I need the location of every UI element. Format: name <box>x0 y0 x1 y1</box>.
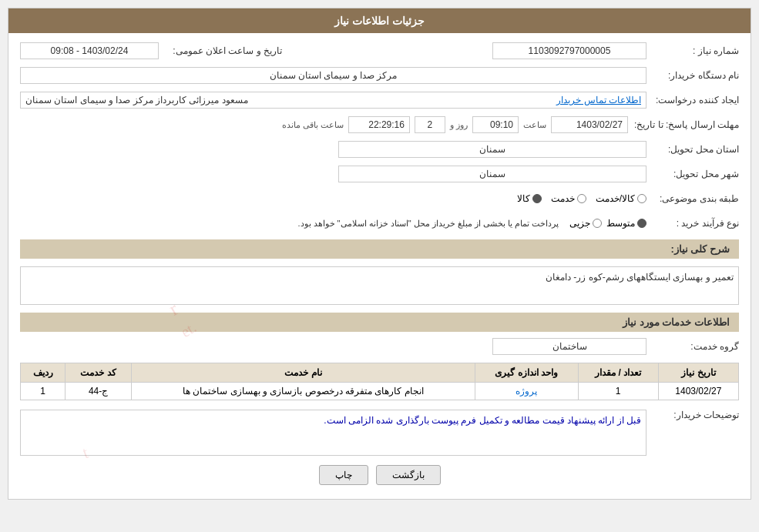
col-service-code: کد خدمت <box>65 363 132 383</box>
deadline-time: 09:10 <box>472 116 519 133</box>
col-need-date: تاریخ نیاز <box>658 363 738 383</box>
city-value: سمنان <box>338 166 646 182</box>
city-label: شهر محل تحویل: <box>646 169 739 179</box>
deadline-time-label: ساعت <box>523 120 546 130</box>
cell-quantity: 1 <box>578 383 658 400</box>
need-description-section-label: شرح کلی نیاز: <box>670 243 730 255</box>
cell-need-date: 1403/02/27 <box>658 383 738 400</box>
page-title: جزئیات اطلاعات نیاز <box>8 8 751 33</box>
category-kala-khedmat-label: کالا/خدمت <box>596 193 635 204</box>
service-group-label: گروه خدمت: <box>646 341 739 352</box>
radio-mottavaset-icon <box>637 219 646 228</box>
need-number-label: شماره نیاز : <box>646 45 739 56</box>
process-mottavaset-label: متوسط <box>606 218 635 229</box>
process-jozvi-label: جزیی <box>569 218 590 229</box>
province-label: استان محل تحویل: <box>646 144 739 155</box>
col-service-name: نام خدمت <box>131 363 475 383</box>
contact-link[interactable]: اطلاعات تماس خریدار <box>556 95 641 105</box>
action-buttons: بازگشت چاپ <box>20 465 739 485</box>
category-radio-group: کالا/خدمت خدمت کالا <box>517 193 646 204</box>
col-unit: واحد اندازه گیری <box>475 363 579 383</box>
category-khedmat-label: خدمت <box>551 193 575 204</box>
buyer-notes-label: توضیحات خریدار: <box>646 410 739 420</box>
category-kala[interactable]: کالا <box>517 193 542 204</box>
service-group-value: ساختمان <box>492 338 646 355</box>
process-jozvi[interactable]: جزیی <box>569 218 602 229</box>
cell-unit: پروژه <box>475 383 579 400</box>
category-label: طبقه بندی موضوعی: <box>646 193 739 204</box>
requester-value: اطلاعات تماس خریدار مسعود میرزائی کاربرد… <box>20 92 646 109</box>
deadline-remaining-label: ساعت باقی مانده <box>282 120 344 130</box>
category-kala-label: کالا <box>517 193 530 204</box>
process-label: نوع فرآیند خرید : <box>646 218 739 229</box>
org-name-value: مرکز صدا و سیمای استان سمنان <box>20 67 646 84</box>
radio-kala-khedmat-icon <box>637 194 646 203</box>
radio-kala-icon <box>532 194 542 203</box>
deadline-day-label: روز و <box>450 120 468 130</box>
deadline-label: مهلت ارسال پاسخ: تا تاریخ: <box>628 119 739 130</box>
cell-service-code: ج-44 <box>65 383 132 400</box>
print-button[interactable]: چاپ <box>319 465 368 485</box>
category-kala-khedmat[interactable]: کالا/خدمت <box>596 193 646 204</box>
back-button[interactable]: بازگشت <box>376 465 441 485</box>
cell-service-name: انجام کارهای متفرقه درخصوص بازسازی و بهس… <box>131 383 475 400</box>
col-row-num: ردیف <box>21 363 65 383</box>
org-name-label: نام دستگاه خریدار: <box>646 70 739 81</box>
need-number-value: 1103092797000005 <box>492 42 646 59</box>
deadline-days: 2 <box>415 116 445 133</box>
announce-date-label: تاریخ و ساعت اعلان عمومی: <box>159 45 282 56</box>
requester-text: مسعود میرزائی کاربرداز مرکز صدا و سیمای … <box>25 95 248 105</box>
category-khedmat[interactable]: خدمت <box>551 193 586 204</box>
deadline-date: 1403/02/27 <box>551 116 628 133</box>
table-row: 1403/02/271پروژهانجام کارهای متفرقه درخص… <box>21 383 739 400</box>
services-table: تاریخ نیاز تعداد / مقدار واحد اندازه گیر… <box>20 363 739 400</box>
col-quantity: تعداد / مقدار <box>578 363 658 383</box>
process-description: پرداخت تمام یا بخشی از مبلغ خریداز محل "… <box>297 219 559 229</box>
services-section-label: اطلاعات خدمات مورد نیاز <box>20 313 739 332</box>
cell-row-num: 1 <box>21 383 65 400</box>
deadline-remaining: 22:29:16 <box>348 116 410 133</box>
announce-date-value: 1403/02/24 - 09:08 <box>20 42 159 59</box>
need-description-box: تعمیر و بهسازی ایستگاههای رشم-کوه زر- دا… <box>20 266 739 305</box>
buyer-notes-box: قبل از ارائه پیشنهاد قیمت مطالعه و تکمیل… <box>20 410 646 456</box>
need-description-text: تعمیر و بهسازی ایستگاههای رشم-کوه زر- دا… <box>546 272 734 283</box>
province-value: سمنان <box>338 141 646 158</box>
radio-jozvi-icon <box>593 219 602 228</box>
process-mottavaset[interactable]: متوسط <box>606 218 646 229</box>
buyer-notes-text: قبل از ارائه پیشنهاد قیمت مطالعه و تکمیل… <box>324 415 641 426</box>
requester-label: ایجاد کننده درخواست: <box>646 95 739 105</box>
radio-khedmat-icon <box>577 194 586 203</box>
